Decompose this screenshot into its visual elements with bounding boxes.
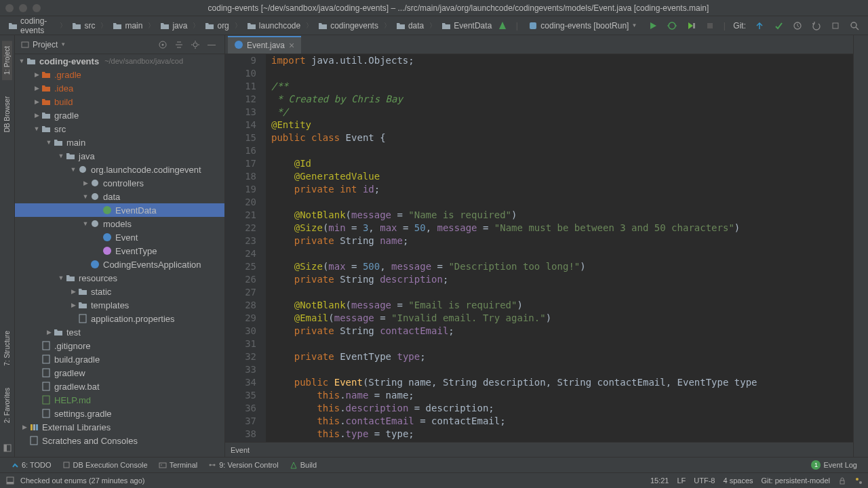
breadcrumb-item[interactable]: java	[157, 20, 190, 32]
maximize-window-button[interactable]	[33, 4, 41, 12]
tree-node[interactable]: ▼java	[15, 149, 224, 163]
event-log-button[interactable]: 1 Event Log	[806, 460, 863, 470]
code-content[interactable]: import java.util.Objects;/** * Created b…	[266, 54, 853, 442]
breadcrumb-item[interactable]: EventData	[439, 20, 494, 32]
tree-node[interactable]: ▼src	[15, 122, 224, 136]
tree-root[interactable]: ▼coding-events~/dev/sandbox/java/cod	[15, 54, 224, 68]
window-controls	[5, 4, 41, 12]
minimize-window-button[interactable]	[19, 4, 27, 12]
tree-node[interactable]: application.properties	[15, 312, 224, 325]
project-tool-tab[interactable]: 1: Project	[2, 41, 12, 80]
tree-node[interactable]: ▼models	[15, 217, 224, 230]
svg-rect-20	[79, 314, 86, 323]
favorites-tool-tab[interactable]: 2: Favorites	[2, 382, 12, 428]
git-branch[interactable]: Git: persistent-model	[762, 476, 830, 485]
build-icon[interactable]	[494, 18, 511, 33]
run-with-coverage-button[interactable]	[683, 18, 699, 33]
inspector-icon[interactable]	[854, 476, 863, 485]
tree-node[interactable]: build.gradle	[15, 352, 224, 366]
indent-info[interactable]: 4 spaces	[723, 476, 753, 485]
close-tab-button[interactable]: ×	[289, 40, 294, 51]
run-button[interactable]	[645, 18, 661, 33]
tree-node[interactable]: ▶test	[15, 325, 224, 339]
tree-node[interactable]: ▶templates	[15, 298, 224, 312]
chevron-down-icon[interactable]: ▼	[60, 41, 66, 47]
tree-node[interactable]: EventType	[15, 244, 224, 258]
tree-node[interactable]: ▼org.launchcode.codingevent	[15, 163, 224, 176]
tree-node[interactable]: HELP.md	[15, 393, 224, 407]
close-window-button[interactable]	[5, 4, 14, 12]
tree-node[interactable]: ▶.gradle	[15, 68, 224, 81]
tree-node[interactable]: ▶External Libraries	[15, 420, 224, 434]
debug-button[interactable]	[664, 18, 680, 33]
tree-node[interactable]: ▼data	[15, 190, 224, 203]
svg-rect-37	[7, 482, 14, 484]
db-browser-tool-tab[interactable]: DB Browser	[2, 91, 12, 138]
breadcrumb-item[interactable]: codingevents	[315, 20, 381, 32]
svg-point-19	[92, 220, 98, 227]
run-config-selector[interactable]: coding-events [bootRun] ▼	[523, 20, 642, 32]
sep: |	[721, 18, 728, 33]
svg-rect-7	[833, 23, 838, 28]
file-g-icon	[41, 394, 52, 405]
bottom-tool-terminal[interactable]: Terminal	[153, 461, 203, 469]
tree-node[interactable]: EventData	[15, 203, 224, 217]
ide-settings-button[interactable]	[827, 18, 844, 33]
tab-event-java[interactable]: Event.java ×	[228, 36, 301, 54]
tree-node[interactable]: CodingEventsApplication	[15, 258, 224, 271]
bottom-tool-9-version-control[interactable]: 9: Version Control	[203, 461, 283, 469]
bottom-tool-6-todo[interactable]: 6: TODO	[5, 461, 57, 469]
caret-position[interactable]: 15:21	[650, 476, 669, 485]
breadcrumb-item[interactable]: launchcode	[244, 20, 303, 32]
svg-point-16	[79, 166, 86, 173]
folder-icon	[72, 22, 81, 30]
tree-node[interactable]: Event	[15, 230, 224, 244]
panel-title: Project	[33, 40, 58, 49]
lock-icon[interactable]	[838, 476, 846, 485]
bottom-tool-db-execution-console[interactable]: DB Execution Console	[57, 461, 153, 469]
breadcrumb-item[interactable]: src	[69, 20, 98, 32]
project-tree[interactable]: ▼coding-events~/dev/sandbox/java/cod▶.gr…	[15, 54, 224, 457]
window-title: coding-events [~/dev/sandbox/java/coding…	[54, 3, 863, 13]
line-separator[interactable]: LF	[677, 476, 686, 485]
tree-node[interactable]: .gitignore	[15, 339, 224, 352]
tree-node[interactable]: ▶.idea	[15, 81, 224, 95]
hide-button[interactable]: —	[204, 37, 219, 52]
tree-node[interactable]: ▶static	[15, 285, 224, 298]
bottom-tool-build[interactable]: Build	[284, 461, 322, 469]
folder-icon	[77, 286, 88, 297]
tree-node[interactable]: gradlew	[15, 366, 224, 380]
stop-button[interactable]	[702, 18, 718, 33]
vcs-commit-button[interactable]	[770, 18, 787, 33]
tree-node[interactable]: settings.gradle	[15, 407, 224, 420]
breadcrumb: coding-events〉src〉main〉java〉org〉launchco…	[5, 15, 494, 37]
left-tool-gutter: 1: Project DB Browser 7: Structure 2: Fa…	[0, 35, 15, 457]
tree-node[interactable]: ▶build	[15, 95, 224, 108]
search-everywhere-button[interactable]	[846, 18, 863, 33]
tree-node[interactable]: ▶gradle	[15, 108, 224, 122]
structure-tool-tab[interactable]: 7: Structure	[2, 325, 12, 371]
vcs-update-button[interactable]	[751, 18, 768, 33]
settings-icon[interactable]	[188, 37, 203, 52]
tree-node[interactable]: ▼resources	[15, 271, 224, 285]
tree-node[interactable]: gradlew.bat	[15, 380, 224, 393]
vcs-revert-button[interactable]	[808, 18, 825, 33]
folder-icon	[160, 22, 170, 30]
breadcrumb-item[interactable]: data	[393, 20, 427, 32]
breadcrumb-item[interactable]: main	[110, 20, 145, 32]
gutter-line-numbers: 9101112131415161718192021222324252627282…	[225, 54, 266, 442]
tree-node[interactable]: ▼main	[15, 136, 224, 149]
code-editor[interactable]: 9101112131415161718192021222324252627282…	[225, 54, 853, 442]
tool-window-toggle-icon[interactable]	[5, 476, 15, 485]
tool-window-toggle-icon[interactable]	[3, 439, 12, 457]
select-opened-file-button[interactable]	[155, 37, 170, 52]
tree-node[interactable]: Scratches and Consoles	[15, 434, 224, 447]
editor-breadcrumb[interactable]: Event	[225, 442, 853, 457]
tree-node[interactable]: ▶controllers	[15, 176, 224, 190]
vcs-history-button[interactable]	[789, 18, 806, 33]
breadcrumb-item[interactable]: coding-events	[5, 15, 57, 37]
breadcrumb-item[interactable]: org	[202, 20, 231, 32]
folder-icon	[53, 137, 64, 148]
file-encoding[interactable]: UTF-8	[694, 476, 715, 485]
expand-all-button[interactable]	[172, 37, 186, 52]
